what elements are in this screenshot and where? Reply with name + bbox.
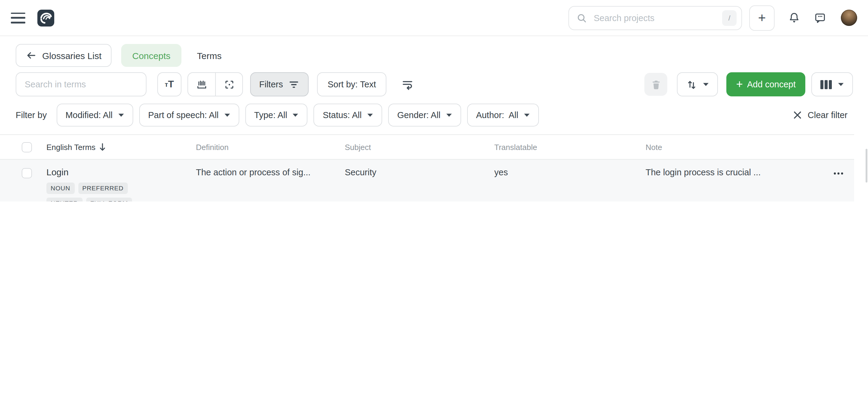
filters-button[interactable]: Filters xyxy=(250,72,309,96)
sort-descending-icon xyxy=(99,143,106,151)
exact-match-icon xyxy=(223,78,236,91)
glossary-nav: Glossaries List Concepts Terms xyxy=(0,44,868,67)
chevron-down-icon xyxy=(703,82,709,87)
app-logo-icon[interactable] xyxy=(37,9,54,26)
filter-dropdown-label: Modified: All xyxy=(65,110,113,120)
up-down-arrows-icon xyxy=(686,78,698,90)
filter-dropdown-part-of-speech[interactable]: Part of speech: All xyxy=(139,104,239,127)
column-header-english-terms[interactable]: English Terms xyxy=(46,142,196,152)
terms-search-input[interactable] xyxy=(24,79,138,90)
sort-by-label: Sort by: Text xyxy=(328,79,376,89)
definition-cell: The action or process of sig... xyxy=(196,166,345,201)
chevron-down-icon xyxy=(524,113,530,117)
clear-filter-label: Clear filter xyxy=(808,110,847,120)
match-case-button[interactable]: тT xyxy=(157,72,181,96)
filter-dropdown-status[interactable]: Status: All xyxy=(314,104,382,127)
columns-dropdown[interactable] xyxy=(811,72,853,96)
back-arrow-icon xyxy=(26,51,36,60)
user-avatar[interactable] xyxy=(841,10,857,26)
filter-dropdown-label: Part of speech: All xyxy=(148,110,219,120)
term-badge: FULL FORM xyxy=(86,198,132,201)
chevron-down-icon xyxy=(118,113,124,117)
filter-dropdown-author[interactable]: Author: All xyxy=(467,104,538,127)
term-badge: PREFERRED xyxy=(78,182,128,194)
row-more-button[interactable] xyxy=(833,167,849,179)
create-new-button[interactable]: + xyxy=(749,5,775,30)
filter-dropdown-label: Gender: All xyxy=(397,110,441,120)
top-bar: / + xyxy=(0,0,868,36)
clear-filter-button[interactable]: Clear filter xyxy=(793,110,847,120)
filter-dropdown-label: Status: All xyxy=(323,110,362,120)
delete-button[interactable] xyxy=(645,73,668,96)
chevron-down-icon xyxy=(293,113,299,117)
filter-dropdown-type[interactable]: Type: All xyxy=(245,104,308,127)
filter-dropdown-label: Author: All xyxy=(476,110,518,120)
more-dots-icon xyxy=(833,172,844,175)
translatable-cell: yes xyxy=(494,166,646,201)
back-to-glossaries-button[interactable]: Glossaries List xyxy=(16,44,112,67)
messages-chat-icon[interactable] xyxy=(814,11,827,24)
notifications-bell-icon[interactable] xyxy=(788,11,801,24)
filter-icon xyxy=(288,78,300,90)
plus-icon: + xyxy=(736,78,743,90)
term-badges: NOUNPREFERREDNEUTERFULL FORM xyxy=(46,182,167,201)
filter-dropdown-label: Type: All xyxy=(254,110,287,120)
add-concept-label: Add concept xyxy=(747,79,796,89)
subject-cell: Security xyxy=(345,166,494,201)
tab-terms[interactable]: Terms xyxy=(186,44,233,67)
project-search-box: / xyxy=(568,6,742,30)
vertical-scrollbar[interactable] xyxy=(866,149,867,182)
trash-icon xyxy=(650,78,662,90)
project-search-input[interactable] xyxy=(592,12,722,23)
tab-concepts[interactable]: Concepts xyxy=(121,44,181,67)
chevron-down-icon xyxy=(367,113,373,117)
select-all-checkbox[interactable] xyxy=(22,142,32,152)
search-shortcut-hint: / xyxy=(722,10,737,26)
term-badge: NOUN xyxy=(46,182,74,194)
match-mode-group xyxy=(187,72,243,96)
wrap-lines-icon xyxy=(401,78,414,91)
term-badge: NEUTER xyxy=(46,198,82,201)
add-concept-button[interactable]: + Add concept xyxy=(727,72,805,96)
close-icon xyxy=(793,111,802,119)
app-window: / + Glossaries List Concepts Terms xyxy=(0,0,868,201)
row-checkbox[interactable] xyxy=(22,168,32,178)
search-icon xyxy=(576,12,587,23)
filter-dropdown-gender[interactable]: Gender: All xyxy=(388,104,461,127)
filters-button-label: Filters xyxy=(259,79,283,89)
filter-bar: Filter by Modified: All Part of speech: … xyxy=(0,104,868,127)
columns-icon xyxy=(821,80,832,89)
hamburger-menu-icon[interactable] xyxy=(11,12,25,23)
exact-match-button[interactable] xyxy=(215,73,242,96)
column-header-note[interactable]: Note xyxy=(646,142,833,152)
chevron-down-icon xyxy=(838,82,844,87)
whole-word-button[interactable] xyxy=(188,73,215,96)
import-export-dropdown[interactable] xyxy=(677,72,718,96)
table-header: English Terms Definition Subject Transla… xyxy=(0,134,854,160)
table-row: LoginNOUNPREFERREDNEUTERFULL FORM The ac… xyxy=(0,160,854,201)
table-body: LoginNOUNPREFERREDNEUTERFULL FORM The ac… xyxy=(0,160,868,201)
filter-by-label: Filter by xyxy=(16,110,47,120)
whole-word-icon xyxy=(195,78,208,91)
note-cell: The login process is crucial ... xyxy=(646,166,833,201)
chevron-down-icon xyxy=(446,113,452,117)
chevron-down-icon xyxy=(224,113,230,117)
match-case-icon: т xyxy=(165,81,168,88)
terms-search-box xyxy=(16,72,147,96)
concepts-table: English Terms Definition Subject Transla… xyxy=(0,134,868,201)
term-group: LoginNOUNPREFERREDNEUTERFULL FORM xyxy=(46,166,196,201)
wrap-lines-button[interactable] xyxy=(397,72,418,96)
column-header-definition[interactable]: Definition xyxy=(196,142,345,152)
term-text[interactable]: Login xyxy=(46,166,196,178)
sort-by-button[interactable]: Sort by: Text xyxy=(317,72,386,96)
terms-cell: LoginNOUNPREFERREDNEUTERFULL FORM xyxy=(46,166,196,201)
column-header-translatable[interactable]: Translatable xyxy=(494,142,646,152)
terms-toolbar: тT Filters xyxy=(0,72,868,96)
back-button-label: Glossaries List xyxy=(42,50,101,61)
filter-dropdown-modified[interactable]: Modified: All xyxy=(56,104,133,127)
column-header-subject[interactable]: Subject xyxy=(345,142,494,152)
